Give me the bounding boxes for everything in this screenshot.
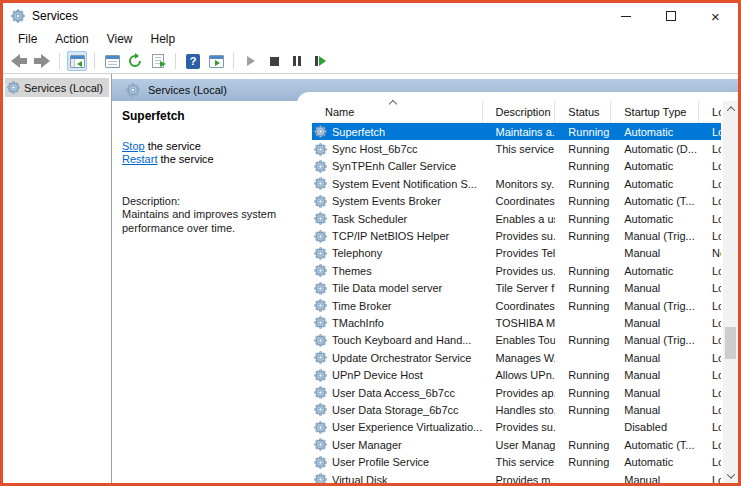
list-header: Name Description Status Startup Type Log [312,101,721,123]
console-tree-panel: Services (Local) [3,74,112,483]
toolbar-separator [175,53,176,69]
column-header-status[interactable]: Status [555,101,611,122]
forward-arrow-icon [34,54,50,68]
cell-status: Running [555,300,611,312]
toolbar-separator [94,53,95,69]
table-row[interactable]: System Event Notification S...Monitors s… [312,175,721,192]
cell-startup-type: Disabled [611,421,699,433]
cell-name: System Events Broker [312,195,483,208]
menu-help[interactable]: Help [142,30,185,48]
cell-log-on-as: Loc [699,404,721,416]
pause-service-button[interactable] [287,51,307,71]
service-gear-icon [314,160,327,173]
cell-log-on-as: Loc [699,421,721,433]
column-header-log-on-as[interactable]: Log [699,101,721,122]
restart-service-link[interactable]: Restart [122,153,157,165]
cell-name: Virtual Disk [312,473,483,483]
start-service-button[interactable] [241,51,261,71]
cell-status: Running [555,230,611,242]
cell-status: Running [555,334,611,346]
table-row[interactable]: User ManagerUser Manag...RunningAutomati… [312,436,721,453]
column-header-name[interactable]: Name [312,101,483,122]
table-row[interactable]: User Data Storage_6b7ccHandles sto...Run… [312,401,721,418]
cell-log-on-as: Loc [699,126,721,138]
table-row[interactable]: Task SchedulerEnables a us...RunningAuto… [312,210,721,227]
table-row[interactable]: TelephonyProvides Tel...ManualNet [312,245,721,262]
cell-startup-type: Manual (Trig... [611,334,699,346]
cell-name: Touch Keyboard and Hand... [312,334,483,347]
close-button[interactable]: × [693,3,738,29]
table-row[interactable]: Update Orchestrator ServiceManages W...M… [312,349,721,366]
stop-service-link[interactable]: Stop [122,140,145,152]
help-icon: ? [186,54,200,69]
table-row[interactable]: ThemesProvides us...RunningAutomaticLoc [312,262,721,279]
services-app-icon [11,9,25,23]
scrollbar-thumb[interactable] [725,327,736,359]
cell-log-on-as: Loc [699,352,721,364]
table-row[interactable]: TMachInfoTOSHIBA M...ManualLoc [312,314,721,331]
service-gear-icon [314,421,327,434]
table-row[interactable]: SuperfetchMaintains a...RunningAutomatic… [312,123,721,140]
cell-log-on-as: Loc [699,195,721,207]
tree-item-services-local[interactable]: Services (Local) [5,78,109,97]
menu-view[interactable]: View [98,30,142,48]
cell-name: System Event Notification S... [312,177,483,190]
column-header-startup-type[interactable]: Startup Type [611,101,699,122]
table-row[interactable]: Virtual DiskProvides m...ManualLoc [312,471,721,483]
cell-name: TMachInfo [312,316,483,329]
cell-name: User Experience Virtualizatio... [312,421,483,434]
scroll-down-button[interactable] [723,468,738,483]
title-bar[interactable]: Services × [3,3,738,29]
back-button[interactable] [9,51,29,71]
band-title: Services (Local) [148,84,227,96]
table-row[interactable]: SynTPEnh Caller ServiceRunningAutomaticL… [312,158,721,175]
cell-name: User Manager [312,438,483,451]
help-button[interactable]: ? [183,51,203,71]
menu-action[interactable]: Action [46,30,97,48]
restart-service-button[interactable] [310,51,330,71]
table-row[interactable]: Sync Host_6b7ccThis service ...RunningAu… [312,140,721,157]
cell-description: User Manag... [483,439,556,451]
export-list-button[interactable] [148,51,168,71]
cell-description: Provides m... [483,474,556,484]
table-row[interactable]: User Data Access_6b7ccProvides ap...Runn… [312,384,721,401]
cell-startup-type: Automatic (T... [611,439,699,451]
cell-log-on-as: Loc [699,178,721,190]
column-header-description[interactable]: Description [483,101,556,122]
cell-status: Running [555,456,611,468]
show-action-pane-button[interactable] [206,51,226,71]
table-row[interactable]: UPnP Device HostAllows UPn...RunningManu… [312,366,721,383]
cell-log-on-as: Loc [699,334,721,346]
service-gear-icon [314,264,327,277]
refresh-button[interactable] [125,51,145,71]
cell-description: TOSHIBA M... [483,317,556,329]
maximize-button[interactable] [648,3,693,29]
stop-service-button[interactable] [264,51,284,71]
properties-button[interactable] [102,51,122,71]
table-row[interactable]: System Events BrokerCoordinates...Runnin… [312,193,721,210]
table-row[interactable]: User Experience Virtualizatio...Provides… [312,419,721,436]
table-row[interactable]: Touch Keyboard and Hand...Enables Tou...… [312,332,721,349]
back-arrow-icon [11,54,27,68]
service-gear-icon [314,282,327,295]
service-gear-icon [314,316,327,329]
forward-button[interactable] [32,51,52,71]
console-tree-icon [70,55,85,68]
table-row[interactable]: TCP/IP NetBIOS HelperProvides su...Runni… [312,227,721,244]
cell-description: Coordinates... [483,195,556,207]
show-console-tree-button[interactable] [67,51,87,71]
cell-description: Coordinates... [483,300,556,312]
export-list-icon [152,54,164,68]
cell-name: Time Broker [312,299,483,312]
table-row[interactable]: User Profile ServiceThis service ...Runn… [312,453,721,470]
minimize-button[interactable] [603,3,648,29]
scroll-up-button[interactable] [723,101,738,116]
cell-startup-type: Automatic [611,456,699,468]
table-row[interactable]: Tile Data model serverTile Server f...Ru… [312,280,721,297]
cell-startup-type: Manual [611,404,699,416]
table-row[interactable]: Time BrokerCoordinates...RunningManual (… [312,297,721,314]
service-gear-icon [314,177,327,190]
menu-file[interactable]: File [9,30,46,48]
cell-name: Update Orchestrator Service [312,351,483,364]
vertical-scrollbar[interactable] [723,101,738,483]
